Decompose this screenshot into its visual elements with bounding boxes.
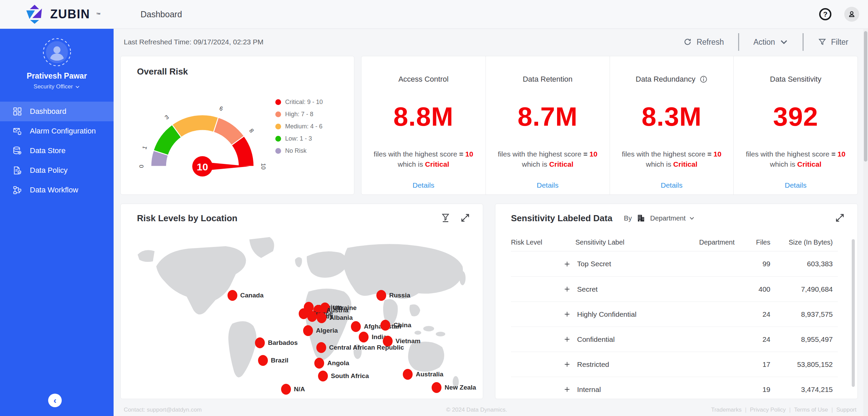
marker-dot[interactable] <box>228 290 237 301</box>
footer-link-support[interactable]: Support <box>836 407 856 413</box>
table-row-secret: Secret4007,490,684 <box>511 276 838 301</box>
marker-dot[interactable] <box>316 342 326 353</box>
metric-score: 10 <box>713 150 721 158</box>
col-files: Files <box>740 238 770 246</box>
group-by-dropdown[interactable]: Department <box>650 214 695 222</box>
avatar <box>42 38 72 67</box>
map-marker-central-african-republic: Central African Republic <box>316 342 404 353</box>
expand-row-button[interactable] <box>564 311 571 318</box>
risk-map-card: Risk Levels by Location <box>120 204 483 399</box>
marker-dot[interactable] <box>258 355 268 366</box>
expand-row-button[interactable] <box>564 336 571 343</box>
details-link[interactable]: Details <box>413 181 434 189</box>
marker-dot[interactable] <box>403 369 413 380</box>
metric-description: files with the highest score = 10which i… <box>610 149 734 170</box>
sidebar-item-data-policy[interactable]: Data Policy <box>0 161 114 180</box>
metric-score: 10 <box>837 150 845 158</box>
marker-dot[interactable] <box>307 311 317 322</box>
data-store-icon <box>12 146 22 156</box>
marker-dot[interactable] <box>376 290 386 301</box>
files-cell: 99 <box>740 260 770 268</box>
sidebar-item-data-store[interactable]: Data Store <box>0 141 114 161</box>
sensitivity-table-card: Sensitivity Labeled Data By Department R… <box>495 204 858 399</box>
col-sensitivity-label: Sensitivity Label <box>564 238 699 246</box>
legend-label: No Risk <box>285 147 307 154</box>
marker-label: China <box>393 321 411 329</box>
marker-dot[interactable] <box>255 337 265 348</box>
overall-risk-card: Overall Risk 013681010 Critical: 9 - 10H… <box>120 56 354 195</box>
table-expand-icon[interactable] <box>834 213 845 224</box>
metric-severity: Critical <box>425 160 449 168</box>
marker-dot[interactable] <box>303 325 313 336</box>
legend-label: Critical: 9 - 10 <box>285 99 323 106</box>
sidebar: Prativesh Pawar Security Officer Dashboa… <box>0 29 114 416</box>
details-link[interactable]: Details <box>785 181 807 189</box>
metric-description: files with the highest score = 10which i… <box>734 149 857 170</box>
sidebar-item-data-workflow[interactable]: Data Workflow <box>0 180 114 200</box>
metric-value: 8.3M <box>610 101 734 132</box>
world-map: CanadaRussiaBelgiumUkraineAustriaFranceI… <box>124 228 479 396</box>
footer-link-trademarks[interactable]: Trademarks <box>711 407 742 413</box>
dashboard-toolbar: Last Refreshed Time: 09/17/2024, 02:23 P… <box>114 29 868 55</box>
marker-dot[interactable] <box>380 320 390 331</box>
sidebar-item-label: Data Policy <box>30 166 67 175</box>
info-icon[interactable] <box>699 75 708 83</box>
sensitivity-label: Restricted <box>577 360 609 369</box>
expand-row-button[interactable] <box>564 286 571 293</box>
chevron-down-icon <box>75 84 80 89</box>
marker-dot[interactable] <box>351 321 361 332</box>
table-row-confidential: Confidential248,955,497 <box>511 327 838 352</box>
footer-link-terms-of-use[interactable]: Terms of Use <box>794 407 828 413</box>
data-workflow-icon <box>12 185 22 195</box>
sidebar-item-dashboard[interactable]: Dashboard <box>0 102 114 121</box>
details-link[interactable]: Details <box>661 181 683 189</box>
marker-dot[interactable] <box>318 371 328 381</box>
help-icon[interactable]: ? <box>818 7 832 21</box>
footer-link-privacy-policy[interactable]: Privacy Policy <box>750 407 786 413</box>
expand-row-button[interactable] <box>564 386 571 393</box>
expand-row-button[interactable] <box>564 361 571 368</box>
map-expand-icon[interactable] <box>460 213 471 224</box>
alarm-icon <box>12 126 22 136</box>
size-cell: 3,474,215 <box>770 386 833 394</box>
map-marker-barbados: Barbados <box>255 337 298 348</box>
legend-dot <box>275 124 281 129</box>
marker-dot[interactable] <box>281 384 291 395</box>
sensitivity-label: Internal <box>577 386 601 394</box>
metric-score: 10 <box>590 150 597 158</box>
sidebar-item-label: Data Store <box>30 146 65 155</box>
user-role-dropdown[interactable]: Security Officer <box>34 83 80 90</box>
metric-description: files with the highest score = 10which i… <box>486 149 610 170</box>
footer-link-separator: | <box>831 407 833 413</box>
page-scrollbar-thumb[interactable] <box>864 31 867 162</box>
expand-row-button[interactable] <box>564 261 571 267</box>
sidebar-item-alarm-configuration[interactable]: Alarm Configuration <box>0 121 114 141</box>
chevron-down-icon <box>780 38 788 46</box>
table-scrollbar-thumb[interactable] <box>852 239 855 387</box>
legend-dot <box>275 148 281 154</box>
footer-contact: Contact: support@datdyn.com <box>124 407 202 413</box>
marker-label: Canada <box>240 292 264 299</box>
files-cell: 17 <box>740 360 770 369</box>
page-title: Dashboard <box>141 9 182 19</box>
size-cell: 603,383 <box>770 260 833 268</box>
sensitivity-label: Confidential <box>577 335 615 344</box>
gauge-legend: Critical: 9 - 10High: 7 - 8Medium: 4 - 6… <box>275 99 323 181</box>
marker-dot[interactable] <box>359 332 369 342</box>
marker-dot[interactable] <box>317 312 327 323</box>
user-avatar-icon[interactable] <box>844 7 859 22</box>
col-size: Size (In Bytes) <box>770 238 833 246</box>
filter-button[interactable]: Filter <box>804 38 863 47</box>
gauge-tick-label: 0 <box>138 165 145 168</box>
marker-dot[interactable] <box>432 382 441 393</box>
page-scrollbar <box>863 29 868 416</box>
department-icon <box>636 214 645 223</box>
refresh-button[interactable]: Refresh <box>669 38 738 47</box>
map-filter-icon[interactable] <box>440 213 451 224</box>
marker-dot[interactable] <box>314 358 324 369</box>
details-link[interactable]: Details <box>537 181 558 189</box>
legend-item-low: Low: 1 - 3 <box>275 135 323 142</box>
dashboard-icon <box>12 106 22 117</box>
sidebar-collapse-button[interactable]: ‹ <box>48 394 62 407</box>
action-dropdown-button[interactable]: Action <box>739 38 803 47</box>
